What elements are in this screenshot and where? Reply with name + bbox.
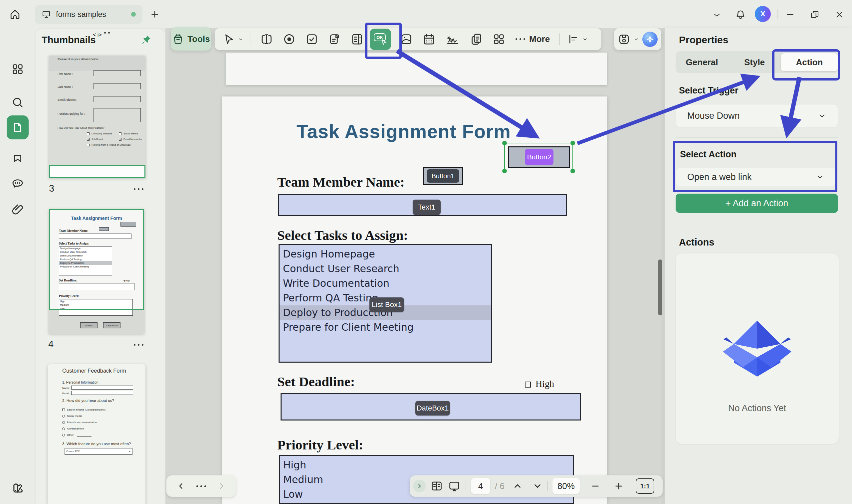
current-page-input[interactable]: 4 xyxy=(471,478,490,494)
page-up-button[interactable] xyxy=(513,481,522,491)
priority-label: Priority Level: xyxy=(277,437,363,453)
tools-button[interactable]: Tools xyxy=(171,27,211,51)
p5-name-field xyxy=(71,385,133,390)
button2-field[interactable]: Button2 xyxy=(508,146,570,168)
restore-icon xyxy=(810,10,820,20)
presentation-icon[interactable] xyxy=(448,480,461,493)
combo-box-tool-button[interactable] xyxy=(323,33,346,46)
canvas-scrollbar[interactable] xyxy=(658,259,662,316)
selection-handle[interactable] xyxy=(502,141,507,145)
ai-sparkle-icon xyxy=(645,34,655,44)
minimize-button[interactable] xyxy=(783,7,797,22)
restore-button[interactable] xyxy=(807,7,822,22)
text-field-tool-button[interactable] xyxy=(255,33,278,46)
selection-handle[interactable] xyxy=(570,169,575,173)
close-button[interactable] xyxy=(832,7,847,22)
tab-general[interactable]: General xyxy=(676,57,728,68)
checkbox-tool-button[interactable] xyxy=(301,33,323,46)
add-action-button[interactable]: + Add an Action xyxy=(676,194,838,213)
p4-view-indicator xyxy=(49,209,144,310)
sidebar-item-panels[interactable] xyxy=(10,61,25,77)
page4-title: Task Assignment Form xyxy=(222,121,585,142)
all-fields-tool-button[interactable] xyxy=(487,33,510,46)
listbox-tag-label: List Box1 xyxy=(372,301,402,309)
select-tool-button[interactable] xyxy=(220,33,247,46)
align-tools-button[interactable] xyxy=(564,33,592,45)
high-checkbox[interactable] xyxy=(525,382,531,388)
save-icon[interactable] xyxy=(618,33,631,46)
listbox-tag: List Box1 xyxy=(369,298,404,312)
titlebar-collapse-button[interactable] xyxy=(710,8,724,22)
task-option[interactable]: Write Documentation xyxy=(280,276,491,291)
task-option[interactable]: Prepare for Client Meeting xyxy=(280,320,491,335)
selection-handle[interactable] xyxy=(502,169,507,173)
duplicate-fields-tool-button[interactable] xyxy=(465,33,487,46)
align-left-icon xyxy=(567,33,579,45)
zoom-level-input[interactable]: 80% xyxy=(552,478,580,494)
button1-field[interactable]: Button1 xyxy=(423,167,463,185)
push-button-tool-button[interactable]: OK xyxy=(370,29,391,50)
thumbnail-page-4[interactable]: Task Assignment Form Team Member Name: S… xyxy=(49,209,144,334)
checkbox-icon xyxy=(119,132,122,135)
document-tab[interactable]: forms-samples xyxy=(35,5,142,24)
tab-style[interactable]: Style xyxy=(728,57,781,68)
page-layout-icon[interactable] xyxy=(430,480,443,492)
sidebar-item-search[interactable] xyxy=(10,95,25,110)
pages-overflow-menu[interactable] xyxy=(196,485,206,487)
sidebar-item-thumbnails[interactable] xyxy=(7,115,29,139)
sidebar-item-comments[interactable] xyxy=(9,176,26,191)
tab-action[interactable]: Action xyxy=(781,53,838,71)
ai-assistant-button[interactable] xyxy=(642,32,658,47)
selection-handle[interactable] xyxy=(570,141,575,145)
notifications-button[interactable] xyxy=(733,7,748,22)
chevron-down-icon[interactable] xyxy=(633,36,640,42)
pin-panel-button[interactable] xyxy=(139,33,154,47)
sidebar-item-attachments[interactable] xyxy=(9,202,26,217)
signature-field-tool-button[interactable] xyxy=(440,33,465,46)
task-option[interactable]: Design Homepage xyxy=(280,247,491,262)
p3-field-label: First Name : xyxy=(57,72,73,75)
sidebar-item-bookmarks[interactable] xyxy=(10,151,25,166)
current-page-value: 4 xyxy=(478,481,483,491)
sidebar-item-read-mode[interactable] xyxy=(8,480,26,497)
p5-option: Search engine (Google/Bing/etc.) xyxy=(67,408,106,411)
expand-bar-button[interactable] xyxy=(413,480,426,492)
thumbnail-page-5[interactable]: Customer Feedback Form 1. Personal Infor… xyxy=(48,364,145,504)
more-tools-button[interactable]: More xyxy=(510,34,555,44)
zoom-out-button[interactable] xyxy=(590,481,600,491)
button2-selection[interactable]: Button2 xyxy=(504,143,573,171)
deadline-label: Set Deadline: xyxy=(277,374,355,390)
p3-field-box xyxy=(93,83,141,89)
section-divider xyxy=(676,138,838,138)
p5-section2: 2. How did you hear about us? xyxy=(62,398,114,402)
p3-option: Company Website xyxy=(91,132,112,135)
priority-option[interactable]: High xyxy=(280,458,573,472)
radio-tool-button[interactable] xyxy=(278,33,301,46)
chevron-down-icon xyxy=(816,173,824,181)
zoom-in-button[interactable] xyxy=(614,481,624,491)
minimize-icon xyxy=(785,10,795,20)
datebox-tag: DateBox1 xyxy=(415,401,450,415)
action-dropdown[interactable]: Open a web link xyxy=(676,168,836,186)
list-box-tool-button[interactable] xyxy=(346,33,369,46)
trigger-dropdown[interactable]: Mouse Down xyxy=(676,104,838,127)
document-canvas[interactable]: Task Assignment Form Button2 Button1 Tea… xyxy=(165,28,664,504)
page-3-menu[interactable] xyxy=(134,188,143,190)
task-option[interactable]: Conduct User Research xyxy=(280,262,491,276)
page-down-button[interactable] xyxy=(533,481,543,491)
p5-option: Other: xyxy=(67,433,74,436)
avatar[interactable]: X xyxy=(755,6,771,22)
button2-tag: Button2 xyxy=(525,149,553,165)
home-button[interactable] xyxy=(7,7,23,22)
page-icon xyxy=(11,121,24,134)
new-tab-button[interactable] xyxy=(148,7,162,21)
date-field-tool-button[interactable] xyxy=(418,33,440,46)
chevron-left-icon[interactable] xyxy=(177,482,185,490)
list-box-icon xyxy=(351,33,364,46)
chevron-right-icon[interactable] xyxy=(217,482,226,490)
thumbnail-page-3[interactable]: Please fill in your details below. First… xyxy=(49,56,145,178)
actual-size-button[interactable]: 1:1 xyxy=(636,479,654,494)
image-field-tool-button[interactable] xyxy=(395,33,418,46)
page-4-menu[interactable] xyxy=(134,344,143,346)
page-4[interactable]: Task Assignment Form Button2 Button1 Tea… xyxy=(222,96,607,504)
